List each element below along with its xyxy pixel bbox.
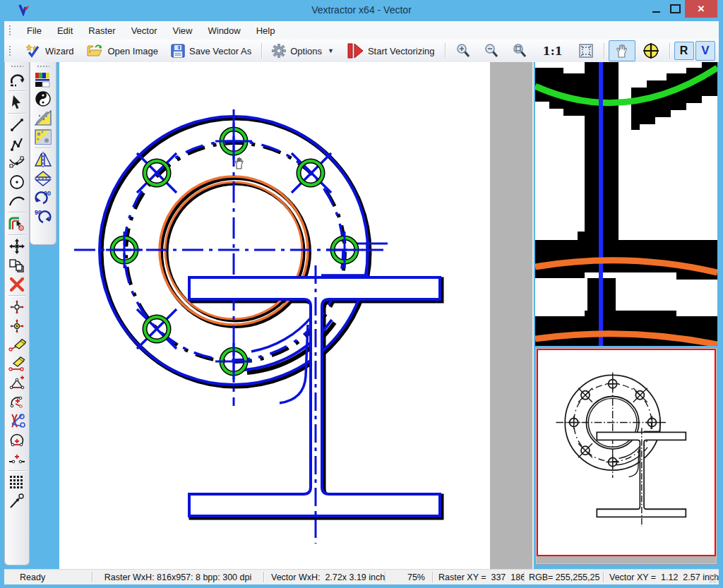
zoom-window-icon	[512, 43, 527, 59]
raster-toggle-label: R	[680, 44, 689, 57]
save-vector-button[interactable]: Save Vector As	[165, 41, 257, 61]
invert-icon[interactable]	[33, 89, 53, 108]
pixel-magnifier-view	[535, 62, 717, 346]
raster-grid-icon[interactable]	[7, 472, 27, 491]
split-segment-icon[interactable]	[7, 450, 27, 469]
open-image-button[interactable]: Open Image	[80, 41, 164, 61]
minimize-button[interactable]	[647, 0, 666, 18]
clean-raster-icon[interactable]	[33, 108, 53, 127]
delete-icon[interactable]	[7, 275, 27, 294]
vectorized-drawing	[59, 62, 490, 569]
start-vectorizing-button[interactable]: Start Vectorizing	[341, 40, 441, 61]
draw-polyline-icon[interactable]	[7, 134, 27, 153]
menubar-grip[interactable]	[8, 25, 12, 36]
add-node-icon[interactable]	[7, 373, 27, 392]
svg-text:90: 90	[44, 190, 51, 197]
select-arrow-icon[interactable]	[7, 92, 27, 112]
start-vectorizing-icon	[347, 43, 364, 59]
zoom-window-button[interactable]	[506, 40, 533, 61]
status-raster-xy: Raster XY = 337 186	[433, 570, 524, 584]
wizard-label: Wizard	[45, 46, 73, 56]
menu-file[interactable]: File	[19, 23, 49, 39]
edit-toolbar-grip[interactable]	[11, 65, 23, 68]
status-rgb: RGB= 255,255,25	[525, 570, 603, 584]
cut-icon[interactable]	[7, 412, 27, 431]
move-node-icon[interactable]	[7, 297, 27, 316]
workspace: e	[4, 62, 719, 569]
draw-circle-icon[interactable]	[7, 172, 27, 191]
close-button[interactable]: ✕	[685, 0, 717, 18]
toolbar-separator	[669, 43, 670, 59]
edit-spline-icon[interactable]	[7, 153, 27, 172]
statusbar: Ready Raster WxH: 816x957: 8 bpp: 300 dp…	[4, 569, 719, 584]
despeckle-icon[interactable]	[33, 127, 53, 146]
thumbnail-panel[interactable]	[535, 347, 717, 565]
vector-toggle-label: V	[701, 44, 709, 58]
draw-line-icon[interactable]	[7, 115, 27, 134]
toolbar-grip[interactable]	[8, 45, 12, 56]
svg-text:90: 90	[35, 209, 42, 216]
copy-icon[interactable]	[7, 256, 27, 275]
thumbnail-viewport-border	[537, 349, 716, 556]
raster-visibility-toggle[interactable]: R	[674, 42, 695, 60]
resize-grip[interactable]	[709, 574, 717, 582]
erase-line-icon[interactable]	[7, 354, 27, 373]
gear-icon	[272, 44, 286, 58]
drawing-canvas[interactable]	[59, 62, 490, 569]
undo-icon[interactable]	[7, 70, 27, 89]
menu-vector[interactable]: Vector	[124, 23, 165, 39]
rotate-ccw-icon[interactable]: 90	[33, 207, 53, 226]
toolbar-separator	[604, 43, 604, 59]
close-contour-icon[interactable]	[7, 431, 27, 450]
wizard-button[interactable]: Wizard	[20, 41, 79, 61]
save-vector-label: Save Vector As	[189, 46, 251, 56]
save-icon	[171, 44, 185, 58]
menu-edit[interactable]: Edit	[49, 23, 80, 39]
flip-vertical-icon[interactable]	[33, 150, 53, 169]
thumbnail-drawing	[538, 350, 715, 552]
pan-hand-icon	[614, 43, 630, 59]
rotate-cw-icon[interactable]: 90	[33, 188, 53, 207]
toolbar-separator	[445, 43, 446, 59]
center-target-icon	[643, 42, 659, 59]
cursor-hand-icon	[233, 156, 246, 170]
menu-help[interactable]: Help	[249, 23, 283, 39]
pixel-magnifier-panel	[535, 62, 717, 346]
trace-line-icon[interactable]: e	[7, 214, 27, 233]
app-window: Vextractor x64 - Vector ✕ File Edit Rast…	[0, 0, 723, 588]
flip-horizontal-icon[interactable]	[33, 169, 53, 188]
raster-toolbar: 90 90	[30, 62, 56, 245]
options-label: Options	[290, 46, 322, 56]
pick-point-icon[interactable]	[7, 491, 27, 510]
wizard-icon	[25, 44, 41, 58]
window-frame: File Edit Raster Vector View Window Help…	[4, 21, 719, 584]
raster-toolbar-grip[interactable]	[37, 65, 49, 68]
move-icon[interactable]	[7, 236, 27, 256]
fit-to-window-button[interactable]	[573, 40, 599, 61]
pan-tool-button[interactable]	[609, 40, 635, 61]
menu-window[interactable]: Window	[200, 23, 248, 39]
options-button[interactable]: Options ▼	[266, 41, 340, 61]
palette-icon[interactable]	[33, 70, 53, 89]
maximize-button[interactable]	[666, 0, 685, 18]
zoom-out-icon	[484, 43, 499, 59]
add-arc-node-icon[interactable]	[7, 392, 27, 412]
zoom-in-button[interactable]	[450, 40, 477, 61]
center-view-button[interactable]	[637, 40, 665, 62]
open-image-label: Open Image	[107, 46, 158, 56]
main-toolbar: Wizard Open Image S	[4, 40, 719, 63]
status-raster-size: Raster WxH: 816x957: 8 bpp: 300 dpi	[92, 570, 263, 584]
erase-segment-icon[interactable]	[7, 335, 27, 354]
move-node-snap-icon[interactable]	[7, 316, 27, 335]
zoom-in-icon	[455, 43, 471, 59]
options-dropdown-icon: ▼	[328, 47, 334, 54]
vector-visibility-toggle[interactable]: V	[695, 41, 715, 61]
draw-arc-icon[interactable]	[7, 191, 27, 210]
zoom-out-button[interactable]	[478, 40, 505, 61]
titlebar[interactable]: Vextractor x64 - Vector ✕	[0, 0, 723, 21]
menu-raster[interactable]: Raster	[80, 23, 123, 39]
menu-view[interactable]: View	[165, 23, 201, 39]
actual-size-button[interactable]: 1:1	[534, 42, 571, 61]
canvas-margin-area	[490, 62, 534, 569]
status-vector-xy: Vector XY = 1.12 2.57 inch	[604, 570, 719, 584]
